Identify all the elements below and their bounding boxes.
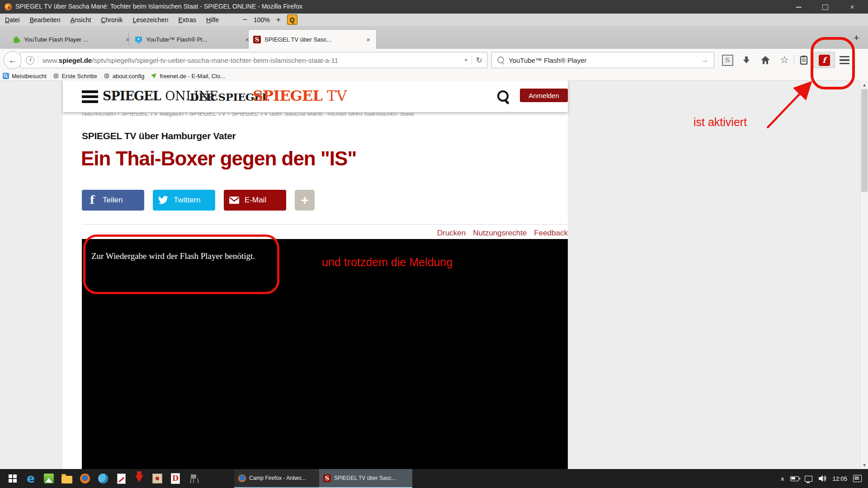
reload-icon[interactable]: ↻: [476, 56, 482, 65]
minimize-button[interactable]: [791, 3, 807, 11]
camera-app-button[interactable]: [184, 469, 203, 488]
window-titlebar: SPIEGEL TV über Sascha Mané: Tochter bei…: [0, 0, 868, 14]
quickjava-icon[interactable]: Q: [287, 14, 297, 25]
scroll-down-arrow[interactable]: ▾: [860, 461, 868, 469]
zoom-in-button[interactable]: +: [276, 15, 281, 24]
image-viewer-icon: [44, 474, 54, 483]
navigation-toolbar: ← i www.spiegel.de/sptv/spiegeltv/spiege…: [0, 49, 868, 71]
screen: SPIEGEL TV über Sascha Mané: Tochter bei…: [0, 0, 868, 488]
article-headline: Ein Thai-Boxer gegen den "IS": [81, 147, 356, 170]
url-bar[interactable]: i www.spiegel.de/sptv/spiegeltv/spiegel-…: [20, 52, 487, 68]
url-divider: [38, 55, 38, 65]
rights-link[interactable]: Nutzungsrechte: [473, 229, 527, 238]
menu-bearbeiten[interactable]: Bearbeiten: [25, 16, 66, 23]
wordpad-icon: [117, 474, 126, 484]
windows-taskbar: e D Camp Firefox - Antwo... S SPIEGEL TV…: [0, 469, 868, 488]
bookmarks-toolbar: Meistbesucht Erste Schritte about:config…: [0, 71, 868, 81]
tray-chevron-icon[interactable]: ∧: [780, 475, 785, 482]
s-addon-button[interactable]: S: [718, 52, 737, 68]
tab-youtube-flash-pl[interactable]: YouTube™ Flash® Pl... ×: [130, 30, 255, 49]
battery-icon[interactable]: [790, 476, 799, 481]
article-divider: [82, 224, 568, 225]
scroll-up-arrow[interactable]: ▴: [860, 80, 868, 89]
search-icon[interactable]: [497, 56, 504, 63]
menu-ansicht[interactable]: Ansicht: [65, 16, 96, 23]
search-input-value[interactable]: YouTube™ Flash® Player: [509, 56, 587, 64]
system-tray: ∧ 12:05: [780, 469, 868, 488]
window-favicon: [4, 3, 12, 11]
edge-icon: e: [27, 473, 35, 484]
maximize-button[interactable]: [817, 3, 833, 11]
url-dropdown-icon[interactable]: ▾: [465, 57, 467, 63]
tab-label: YouTube™ Flash® Pl...: [146, 36, 240, 43]
menu-lesezeichen[interactable]: Lesezeichen: [128, 16, 174, 23]
spiegel-favicon: S: [323, 474, 331, 482]
print-link[interactable]: Drucken: [437, 229, 466, 238]
more-share-button[interactable]: +: [295, 190, 315, 211]
page-info-icon[interactable]: i: [26, 56, 34, 65]
network-icon[interactable]: [805, 476, 812, 482]
facebook-icon: f: [82, 195, 103, 206]
downloads-button[interactable]: [737, 52, 756, 68]
clipboard-icon: [799, 55, 808, 65]
back-button[interactable]: ←: [4, 51, 22, 69]
taskbar-window-camp-firefox[interactable]: Camp Firefox - Antwo...: [234, 469, 319, 488]
feedback-link[interactable]: Feedback: [534, 229, 568, 238]
email-share-button[interactable]: E-Mail: [224, 190, 286, 211]
twitter-icon: [153, 196, 174, 205]
firefox-icon: [238, 474, 246, 482]
wordpad-button[interactable]: [112, 469, 130, 488]
downloader-button[interactable]: [130, 469, 148, 488]
image-viewer-button[interactable]: [40, 469, 58, 488]
site-menu-icon[interactable]: [82, 90, 98, 103]
facebook-share-button[interactable]: f Teilen: [82, 190, 144, 211]
page-scrollbar[interactable]: ▴ ▾: [860, 80, 868, 469]
blue-app-icon: [98, 474, 108, 483]
bookmark-star-button[interactable]: ☆: [775, 52, 794, 68]
zoom-toolbar: − 100% + Q: [243, 14, 297, 25]
firefox-button[interactable]: [76, 469, 94, 488]
file-explorer-button[interactable]: [58, 469, 76, 488]
scrollbar-thumb[interactable]: [861, 89, 868, 192]
red-arrow-icon: [135, 475, 143, 482]
start-button[interactable]: [4, 469, 22, 488]
annotation-arrow: [757, 79, 818, 133]
bookmark-meistbesucht[interactable]: Meistbesucht: [3, 73, 47, 80]
login-button[interactable]: Anmelden: [520, 89, 568, 102]
tab-close-icon[interactable]: ×: [365, 36, 372, 43]
player-monitor-icon: [135, 36, 142, 43]
edge-button[interactable]: e: [22, 469, 40, 488]
tab-youtube-flash-player[interactable]: YouTube Flash Player ... ×: [8, 30, 136, 49]
search-go-icon[interactable]: →: [701, 56, 714, 64]
sealed-box-icon: [152, 474, 162, 483]
taskbar-clock[interactable]: 12:05: [832, 475, 847, 482]
tab-separator: [128, 33, 129, 45]
menu-datei[interactable]: Datei: [0, 16, 25, 23]
logo-spiegel-tv[interactable]: SPIEGEL TV: [253, 87, 347, 104]
bookmark-erste-schritte[interactable]: Erste Schritte: [53, 73, 97, 80]
zoom-out-button[interactable]: −: [243, 15, 247, 24]
tab-label: SPIEGEL TV über Sasc...: [264, 36, 361, 43]
bookmark-freenet[interactable]: freenet.de - E-Mail, Clo...: [151, 73, 225, 80]
search-bar[interactable]: YouTube™ Flash® Player →: [491, 52, 714, 68]
freenet-icon: [151, 73, 157, 79]
action-center-icon[interactable]: [853, 475, 862, 482]
bookmark-about-config[interactable]: about:config: [104, 73, 145, 80]
d-app-button[interactable]: D: [166, 469, 184, 488]
blue-app-button[interactable]: [94, 469, 112, 488]
site-search-icon[interactable]: [497, 90, 509, 102]
taskbar-window-spiegel-tv[interactable]: S SPIEGEL TV über Sasc...: [319, 469, 412, 488]
menu-chronik[interactable]: Chronik: [96, 16, 127, 23]
new-tab-button[interactable]: +: [854, 32, 859, 44]
menu-hilfe[interactable]: Hilfe: [201, 16, 224, 23]
volume-icon[interactable]: [818, 475, 826, 482]
annotation-note-aktiviert: ist aktiviert: [693, 116, 747, 129]
archive-app-button[interactable]: [148, 469, 166, 488]
close-button[interactable]: ×: [844, 3, 860, 11]
menu-extras[interactable]: Extras: [173, 16, 201, 23]
twitter-share-button[interactable]: Twittern: [153, 190, 215, 211]
spiegel-favicon: S: [253, 36, 261, 43]
home-button[interactable]: [756, 52, 775, 68]
breadcrumb: Nachrichten › SPIEGEL TV Magazin › SPIEG…: [82, 113, 568, 118]
tab-spiegel-tv-active[interactable]: S SPIEGEL TV über Sasc... ×: [249, 30, 376, 49]
